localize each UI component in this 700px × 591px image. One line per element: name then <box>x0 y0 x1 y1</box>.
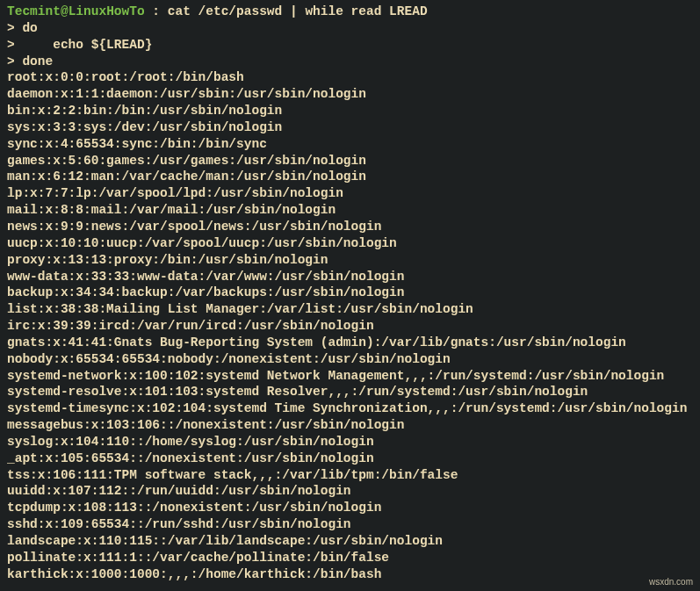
output-line: irc:x:39:39:ircd:/var/run/ircd:/usr/sbin… <box>7 318 693 335</box>
output-line: uuidd:x:107:112::/run/uuidd:/usr/sbin/no… <box>7 483 693 500</box>
output-line: tcpdump:x:108:113::/nonexistent:/usr/sbi… <box>7 500 693 516</box>
output-line: systemd-network:x:100:102:systemd Networ… <box>7 368 693 385</box>
output-line: bin:x:2:2:bin:/bin:/usr/sbin/nologin <box>7 103 693 119</box>
output-line: list:x:38:38:Mailing List Manager:/var/l… <box>7 301 693 318</box>
command-continuation-line: > echo ${LREAD} <box>7 37 693 54</box>
output-line: root:x:0:0:root:/root:/bin/bash <box>7 69 693 86</box>
output-line: pollinate:x:111:1::/var/cache/pollinate:… <box>7 550 693 566</box>
output-line: sys:x:3:3:sys:/dev:/usr/sbin/nologin <box>7 119 693 136</box>
command-line: Tecmint@LinuxHowTo : cat /etc/passwd | w… <box>7 4 693 20</box>
prompt-user: Tecmint <box>7 4 61 18</box>
output-line: systemd-timesync:x:102:104:systemd Time … <box>7 400 693 417</box>
output-line: sshd:x:109:65534::/run/sshd:/usr/sbin/no… <box>7 516 693 533</box>
output-line: games:x:5:60:games:/usr/games:/usr/sbin/… <box>7 153 693 169</box>
output-line: nobody:x:65534:65534:nobody:/nonexistent… <box>7 351 693 368</box>
output-line: daemon:x:1:1:daemon:/usr/sbin:/usr/sbin/… <box>7 86 693 103</box>
output-line: syslog:x:104:110::/home/syslog:/usr/sbin… <box>7 434 693 450</box>
output-line: mail:x:8:8:mail:/var/mail:/usr/sbin/nolo… <box>7 202 693 219</box>
output-line: tss:x:106:111:TPM software stack,,,:/var… <box>7 467 693 484</box>
output-line: systemd-resolve:x:101:103:systemd Resolv… <box>7 384 693 400</box>
command-continuation-line: > do <box>7 20 693 37</box>
output-line: _apt:x:105:65534::/nonexistent:/usr/sbin… <box>7 450 693 467</box>
output-line: lp:x:7:7:lp:/var/spool/lpd:/usr/sbin/nol… <box>7 185 693 202</box>
output-line: karthick:x:1000:1000:,,,:/home/karthick:… <box>7 566 693 583</box>
output-line: man:x:6:12:man:/var/cache/man:/usr/sbin/… <box>7 169 693 185</box>
command-continuation-line: > done <box>7 54 693 70</box>
prompt-host: LinuxHowTo <box>69 4 145 18</box>
output-line: uucp:x:10:10:uucp:/var/spool/uucp:/usr/s… <box>7 235 693 252</box>
output-line: landscape:x:110:115::/var/lib/landscape:… <box>7 533 693 550</box>
command-text: cat /etc/passwd | while read LREAD <box>168 4 428 18</box>
output-line: www-data:x:33:33:www-data:/var/www:/usr/… <box>7 269 693 285</box>
output-line: gnats:x:41:41:Gnats Bug-Reporting System… <box>7 335 693 351</box>
output-line: sync:x:4:65534:sync:/bin:/bin/sync <box>7 136 693 153</box>
watermark-text: wsxdn.com <box>649 576 693 587</box>
prompt-at: @ <box>61 4 69 18</box>
output-line: backup:x:34:34:backup:/var/backups:/usr/… <box>7 285 693 301</box>
terminal-output[interactable]: Tecmint@LinuxHowTo : cat /etc/passwd | w… <box>7 4 693 583</box>
prompt-separator: : <box>145 4 168 18</box>
output-line: messagebus:x:103:106::/nonexistent:/usr/… <box>7 417 693 434</box>
output-line: news:x:9:9:news:/var/spool/news:/usr/sbi… <box>7 219 693 235</box>
output-line: proxy:x:13:13:proxy:/bin:/usr/sbin/nolog… <box>7 252 693 269</box>
